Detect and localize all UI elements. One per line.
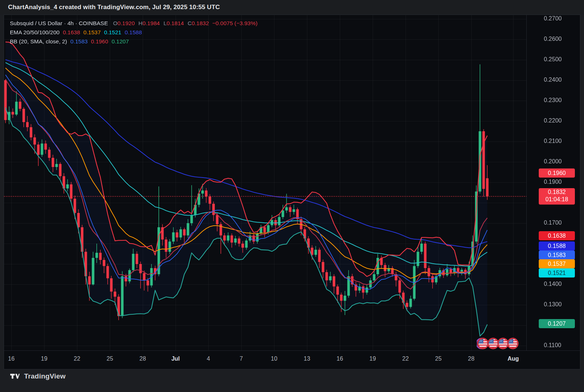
bb-basis-value: 0.1583 bbox=[70, 38, 88, 44]
symbol-row[interactable]: Subsquid / US Dollar · 4h · COINBASEO0.1… bbox=[10, 19, 258, 28]
low-label: L bbox=[164, 20, 167, 26]
tradingview-logo-icon bbox=[10, 373, 20, 380]
ema100-badge: 0.1521 bbox=[539, 268, 575, 277]
ema200-badge: 0.1588 bbox=[539, 241, 575, 251]
time-axis-label: 28 bbox=[468, 356, 474, 362]
ema20-badge: 0.1638 bbox=[539, 231, 575, 240]
price-chart-canvas[interactable] bbox=[4, 15, 527, 350]
change-value: −0.0075 (−3.93%) bbox=[212, 20, 258, 26]
time-axis[interactable]: 1619222528Jul4710131619222528Aug bbox=[4, 350, 580, 369]
bb-indicator-row[interactable]: BB (20, SMA, close, 2)0.15830.19600.1207 bbox=[10, 37, 258, 46]
symbol-title[interactable]: Subsquid / US Dollar · 4h · COINBASE bbox=[10, 20, 108, 26]
ema20-value: 0.1638 bbox=[63, 29, 80, 35]
time-axis-label: 25 bbox=[107, 356, 113, 362]
tradingview-brand-text[interactable]: TradingView bbox=[24, 372, 66, 380]
price-axis-label: 0.2600 bbox=[544, 36, 562, 42]
ema-indicator-row[interactable]: EMA 20/50/100/2000.16380.15370.15210.158… bbox=[10, 28, 258, 37]
open-value: 0.1920 bbox=[118, 20, 135, 26]
bb-basis-badge: 0.1583 bbox=[539, 251, 575, 260]
ema50-badge: 0.1537 bbox=[539, 259, 575, 268]
ema100-value: 0.1521 bbox=[104, 29, 121, 35]
tradingview-chart-page: ChartAnalysis_4 created with TradingView… bbox=[0, 0, 584, 392]
current-price-badge: 0.183201:04:18 bbox=[539, 188, 575, 205]
price-axis-label: 0.2400 bbox=[544, 77, 562, 83]
time-axis-label: 22 bbox=[74, 356, 80, 362]
close-value: 0.1832 bbox=[192, 20, 209, 26]
time-axis-label: 7 bbox=[240, 356, 243, 362]
time-axis-label: 16 bbox=[337, 356, 343, 362]
time-axis-label: Jul bbox=[171, 356, 180, 362]
bb-upper-badge: 0.1960 bbox=[539, 168, 575, 178]
price-axis-label: 0.2700 bbox=[544, 15, 562, 22]
price-axis-label: 0.2000 bbox=[544, 158, 562, 165]
ema-label[interactable]: EMA 20/50/100/200 bbox=[10, 29, 59, 35]
bb-upper-value: 0.1960 bbox=[91, 38, 108, 44]
price-axis-label: 0.1400 bbox=[544, 281, 562, 287]
time-axis-label: 25 bbox=[435, 356, 442, 362]
bb-label[interactable]: BB (20, SMA, close, 2) bbox=[10, 38, 67, 44]
close-label: C bbox=[188, 20, 192, 26]
ema50-value: 0.1537 bbox=[84, 29, 101, 35]
price-axis-label: 0.2300 bbox=[544, 97, 562, 104]
time-axis-label: 22 bbox=[402, 356, 409, 362]
time-axis-label: 10 bbox=[271, 356, 277, 362]
title-bar: ChartAnalysis_4 created with TradingView… bbox=[0, 0, 584, 15]
bb-lower-badge: 0.1207 bbox=[539, 319, 575, 328]
time-axis-label: 4 bbox=[207, 356, 210, 362]
high-value: 0.1984 bbox=[142, 20, 160, 26]
price-axis-label: 0.1100 bbox=[544, 342, 561, 349]
high-label: H bbox=[138, 20, 142, 26]
footer-bar: TradingView bbox=[0, 369, 584, 392]
page-title: ChartAnalysis_4 created with TradingView… bbox=[8, 4, 220, 11]
open-label: O bbox=[113, 20, 118, 26]
price-axis-label: 0.2200 bbox=[544, 117, 562, 124]
price-axis-label: 0.2100 bbox=[544, 138, 562, 144]
us-economic-event-flag-icon[interactable] bbox=[477, 337, 489, 351]
time-axis-label: 13 bbox=[304, 356, 310, 362]
tradingview-brand[interactable]: TradingView bbox=[10, 372, 66, 380]
chart-panel[interactable]: Subsquid / US Dollar · 4h · COINBASEO0.1… bbox=[4, 15, 580, 369]
time-axis-label: 28 bbox=[139, 356, 146, 362]
time-axis-label: 19 bbox=[41, 356, 47, 362]
price-axis-label: 0.2500 bbox=[544, 56, 562, 63]
low-value: 0.1814 bbox=[167, 20, 184, 26]
time-axis-label: 19 bbox=[369, 356, 376, 362]
price-axis-label: 0.1700 bbox=[544, 220, 562, 226]
chart-legend: Subsquid / US Dollar · 4h · COINBASEO0.1… bbox=[10, 19, 258, 46]
price-axis-label: 0.1300 bbox=[544, 301, 562, 308]
time-axis-label: 16 bbox=[8, 356, 15, 362]
countdown-timer: 01:04:18 bbox=[539, 195, 575, 203]
price-axis[interactable]: 0.27000.26000.25000.24000.23000.22000.21… bbox=[526, 15, 580, 351]
time-axis-label: Aug bbox=[507, 356, 519, 362]
price-axis-label: 0.1900 bbox=[544, 179, 562, 185]
ema200-value: 0.1588 bbox=[124, 29, 142, 35]
bb-lower-value: 0.1207 bbox=[112, 38, 129, 44]
